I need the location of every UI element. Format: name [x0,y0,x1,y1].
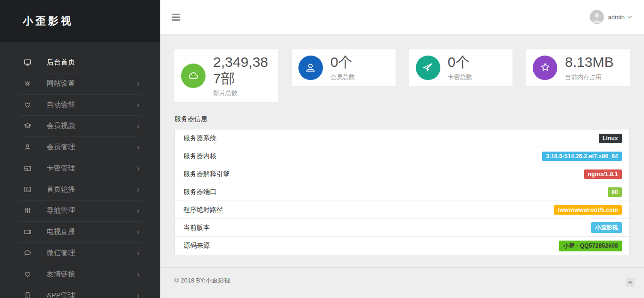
sidebar-item-label: 后台首页 [47,58,75,67]
sidebar-item-member-management[interactable]: 会员管理 › [0,137,160,158]
sidebar-item-site-settings[interactable]: 网站设置 › [0,73,160,94]
chevron-up-icon [628,281,632,284]
card-icon [24,164,32,172]
server-info-table: 服务器系统 Linux 服务器内核 3.10.0-514.26.2.el7.x8… [174,129,630,255]
stat-card-films: 2,349,387部 影片总数 [174,49,278,102]
chevron-right-icon: › [137,228,140,236]
chevron-right-icon: › [137,185,140,193]
stat-card-cardkeys: 0个 卡密总数 [409,49,513,86]
sidebar-item-app-management[interactable]: APP管理 › [0,285,160,298]
chat-icon [24,249,32,257]
user-icon [298,56,323,80]
copyright-text: © 2018 BY:小歪影视 [174,277,230,284]
heart-icon [24,101,32,109]
star-icon [533,56,557,80]
row-label: 源码来源 [183,242,210,250]
main-area: admin 2,349,387部 影片总数 0个 [160,0,644,298]
sidebar-item-label: 自动尝鲜 [47,100,75,109]
row-label: 程序绝对路径 [183,206,223,214]
graduation-cap-icon [24,122,32,130]
sidebar: 小歪影视 后台首页 网站设置 › 自动尝鲜 › 会员视频 › 会员管理 › [0,0,160,298]
hamburger-menu-icon[interactable] [172,14,180,21]
stat-value: 8.13MB [565,54,613,71]
stat-value: 0个 [448,54,472,71]
stat-label: 会员总数 [330,73,355,81]
chevron-right-icon: › [137,291,140,298]
gear-icon [24,80,32,88]
content: 2,349,387部 影片总数 0个 会员总数 0个 [160,34,644,255]
chevron-right-icon: › [137,270,140,278]
stat-value: 2,349,387部 [213,54,272,87]
sidebar-item-member-videos[interactable]: 会员视频 › [0,115,160,137]
back-to-top-button[interactable] [626,278,635,287]
chevron-right-icon: › [137,80,140,88]
sidebar-item-label: 友情链接 [47,270,75,279]
row-label: 服务器端口 [183,188,216,196]
footer: © 2018 BY:小歪影视 [160,267,644,293]
table-row-os: 服务器系统 Linux [175,129,629,147]
logo: 小歪影视 [0,0,160,42]
table-row-kernel: 服务器内核 3.10.0-514.26.2.el7.x86_64 [175,147,629,165]
user-icon [24,143,32,151]
tv-icon [24,228,32,236]
row-label: 服务器解释引擎 [183,170,230,178]
sidebar-item-label: 微信管理 [47,249,75,258]
status-badge: /www/wwwroot/5.com [554,205,622,215]
sidebar-item-nav-management[interactable]: 导航管理 › [0,200,160,221]
username: admin [608,14,625,21]
chevron-right-icon: › [137,207,140,215]
sidebar-item-label: 电视直播 [47,227,75,236]
row-label: 当前版本 [183,224,210,232]
logo-text: 小歪影视 [23,14,74,28]
row-label: 服务器系统 [183,134,216,143]
avatar [590,10,604,24]
stat-card-members: 0个 会员总数 [292,49,396,86]
stat-label: 当前内存占用 [565,73,613,81]
sidebar-item-tv-live[interactable]: 电视直播 › [0,221,160,242]
sidebar-item-label: 首页轮播 [47,185,75,194]
status-badge: 小歪 - QQ572852608 [559,241,622,251]
table-row-version: 当前版本 小歪影视 [175,219,629,237]
image-icon [24,185,32,193]
server-info-title: 服务器信息 [174,115,630,123]
sidebar-item-label: 会员视频 [47,121,75,130]
sidebar-item-friend-links[interactable]: 友情链接 › [0,264,160,285]
sidebar-item-dashboard[interactable]: 后台首页 [0,52,160,73]
paper-plane-icon [416,56,440,80]
chevron-right-icon: › [137,101,140,109]
sidebar-item-label: 会员管理 [47,143,75,152]
chevron-right-icon: › [137,164,140,172]
sidebar-item-home-carousel[interactable]: 首页轮播 › [0,179,160,200]
stat-label: 卡密总数 [448,73,472,81]
sidebar-item-label: 网站设置 [47,79,75,88]
sliders-icon [24,207,32,215]
table-row-source: 源码来源 小歪 - QQ572852608 [175,237,629,255]
stat-label: 影片总数 [213,89,272,97]
chevron-right-icon: › [137,249,140,257]
monitor-icon [24,58,32,66]
table-row-path: 程序绝对路径 /www/wwwroot/5.com [175,201,629,219]
sidebar-menu: 后台首页 网站设置 › 自动尝鲜 › 会员视频 › 会员管理 › 卡密管理 › [0,42,160,298]
chevron-right-icon: › [137,143,140,151]
cloud-icon [181,64,206,88]
row-label: 服务器内核 [183,152,216,161]
stat-cards: 2,349,387部 影片总数 0个 会员总数 0个 [174,49,630,102]
status-badge: 80 [608,187,622,197]
table-row-engine: 服务器解释引擎 nginx/1.8.1 [175,165,629,183]
admin-dropdown[interactable]: admin [590,10,632,24]
sidebar-item-label: 导航管理 [47,206,75,215]
heart-icon [24,270,32,278]
stat-value: 0个 [330,54,355,71]
sidebar-item-label: 卡密管理 [47,164,75,173]
chevron-right-icon: › [137,122,140,130]
mobile-icon [24,291,32,298]
header: admin [160,0,644,34]
status-badge: nginx/1.8.1 [584,169,622,179]
table-row-port: 服务器端口 80 [175,183,629,201]
sidebar-item-wechat-management[interactable]: 微信管理 › [0,242,160,264]
sidebar-item-auto-fresh[interactable]: 自动尝鲜 › [0,94,160,115]
status-badge: 3.10.0-514.26.2.el7.x86_64 [542,152,622,161]
status-badge: 小歪影视 [591,222,622,233]
sidebar-item-cardkey-management[interactable]: 卡密管理 › [0,158,160,179]
chevron-down-icon [627,16,632,18]
